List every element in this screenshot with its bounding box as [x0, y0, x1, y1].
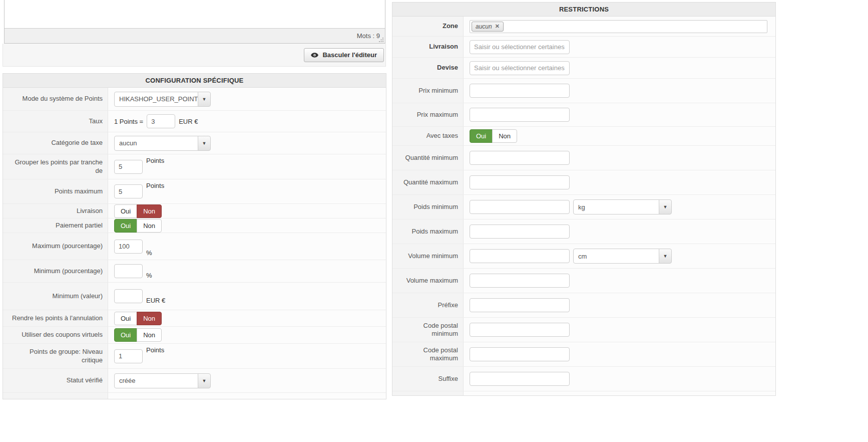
volume-max-input[interactable]: [470, 274, 570, 288]
row-volume-max: Volume maximum: [392, 269, 775, 293]
resize-grip-icon[interactable]: [378, 37, 384, 43]
price-max-label: Prix maximum: [392, 103, 464, 126]
word-count: Mots : 9: [357, 32, 380, 40]
shipping-restriction-input[interactable]: [470, 40, 570, 54]
verified-status-label: Statut vérifié: [3, 369, 108, 392]
price-min-input[interactable]: [470, 84, 570, 98]
row-max-percentage: Maximum (pourcentage) %: [3, 233, 386, 260]
weight-min-label: Poids minimum: [392, 195, 464, 219]
remove-tag-icon[interactable]: ✕: [495, 23, 500, 30]
points-max-input[interactable]: [114, 184, 143, 198]
row-prefix: Préfixe: [392, 293, 775, 318]
row-suffix: Suffixe: [392, 367, 775, 391]
spacer-label-cell: [3, 393, 108, 399]
tax-category-select-value: aucun: [114, 136, 198, 151]
prefix-label: Préfixe: [392, 293, 464, 317]
group-critical-input[interactable]: [114, 349, 143, 363]
volume-max-label: Volume maximum: [392, 269, 464, 293]
row-price-max: Prix maximum: [392, 103, 775, 127]
price-min-label: Prix minimum: [392, 79, 464, 103]
row-partial-payment: Paiement partiel Oui Non: [3, 218, 386, 233]
editor-text-area[interactable]: [5, 0, 385, 29]
suffix-input[interactable]: [470, 372, 570, 386]
row-rate: Taux 1 Points = EUR €: [3, 111, 386, 132]
rate-label: Taux: [3, 111, 108, 132]
chevron-down-icon[interactable]: ▼: [198, 136, 211, 151]
refund-points-yes-button[interactable]: Oui: [114, 312, 137, 325]
zip-min-input[interactable]: [470, 323, 570, 337]
config-panel: CONFIGURATION SPÉCIFIQUE Mode du système…: [3, 73, 386, 399]
partial-payment-label: Paiement partiel: [3, 218, 108, 233]
group-points-label: Grouper les points par tranche de: [3, 154, 108, 179]
chevron-down-icon[interactable]: ▼: [659, 249, 672, 264]
min-percentage-input[interactable]: [114, 264, 143, 278]
partial-payment-yes-button[interactable]: Oui: [114, 219, 137, 233]
group-critical-unit: Points: [146, 346, 164, 354]
zone-label: Zone: [392, 17, 464, 36]
currency-input[interactable]: [470, 61, 570, 75]
suffix-label: Suffixe: [392, 367, 464, 391]
row-refund-points: Rendre les points à l'annulation Oui Non: [3, 310, 386, 327]
rate-input[interactable]: [147, 114, 175, 128]
points-max-label: Points maximum: [3, 179, 108, 203]
volume-unit-select[interactable]: cm ▼: [573, 249, 672, 264]
weight-min-input[interactable]: [470, 200, 570, 214]
qty-max-input[interactable]: [470, 175, 570, 189]
zip-max-input[interactable]: [470, 347, 570, 361]
chevron-down-icon[interactable]: ▼: [198, 92, 211, 107]
group-points-unit: Points: [146, 157, 164, 164]
with-taxes-yes-button[interactable]: Oui: [470, 129, 493, 143]
verified-status-select[interactable]: créée ▼: [114, 373, 211, 388]
config-panel-title: CONFIGURATION SPÉCIFIQUE: [3, 74, 386, 88]
max-percentage-label: Maximum (pourcentage): [3, 233, 108, 260]
row-qty-min: Quantité minimum: [392, 146, 775, 170]
with-taxes-no-button[interactable]: Non: [492, 129, 517, 143]
row-points-mode: Mode du système de Points HIKASHOP_USER_…: [3, 88, 386, 111]
group-points-input[interactable]: [114, 160, 143, 174]
tax-category-select[interactable]: aucun ▼: [114, 136, 211, 151]
points-mode-label: Mode du système de Points: [3, 88, 108, 110]
zone-tag-input[interactable]: aucun ✕: [470, 20, 767, 33]
chevron-down-icon[interactable]: ▼: [198, 373, 211, 388]
rate-currency: EUR €: [179, 118, 198, 125]
shipping-toggle-label: Livraison: [3, 204, 108, 218]
weight-unit-select[interactable]: kg ▼: [573, 199, 672, 214]
refund-points-toggle: Oui Non: [114, 312, 162, 325]
price-max-input[interactable]: [470, 108, 570, 122]
volume-min-label: Volume minimum: [392, 244, 464, 268]
verified-status-select-value: créée: [114, 373, 198, 388]
row-min-value: Minimum (valeur) EUR €: [3, 283, 386, 310]
zone-tag: aucun ✕: [472, 22, 504, 32]
left-column: Mots : 9 Basculer l'éditeur CONFIGURATIO…: [3, 0, 386, 399]
row-spacer: [3, 393, 386, 399]
points-mode-select[interactable]: HIKASHOP_USER_POINTS ▼: [114, 92, 211, 107]
shipping-no-button[interactable]: Non: [137, 204, 162, 218]
zip-min-label: Code postal minimum: [392, 318, 464, 342]
min-value-input[interactable]: [114, 289, 143, 303]
partial-payment-no-button[interactable]: Non: [137, 219, 162, 233]
row-zip-max: Code postal maximum: [392, 342, 775, 367]
qty-min-input[interactable]: [470, 151, 570, 165]
row-verified-status: Statut vérifié créée ▼: [3, 369, 386, 393]
weight-max-input[interactable]: [470, 225, 570, 239]
virtual-coupons-yes-button[interactable]: Oui: [114, 328, 137, 342]
editor-container: Mots : 9: [4, 0, 385, 44]
tax-category-label: Catégorie de taxe: [3, 132, 108, 154]
editor-toolbar-strip: Basculer l'éditeur: [3, 44, 386, 67]
min-percentage-label: Minimum (pourcentage): [3, 260, 108, 282]
qty-max-label: Quantité maximum: [392, 170, 464, 194]
row-weight-max: Poids maximum: [392, 219, 775, 244]
min-value-unit: EUR €: [146, 297, 165, 304]
toggle-editor-button[interactable]: Basculer l'éditeur: [304, 48, 384, 62]
chevron-down-icon[interactable]: ▼: [659, 199, 672, 214]
virtual-coupons-no-button[interactable]: Non: [137, 328, 162, 342]
row-with-taxes: Avec taxes Oui Non: [392, 127, 775, 146]
prefix-input[interactable]: [470, 298, 570, 312]
max-percentage-input[interactable]: [114, 240, 143, 254]
max-percentage-unit: %: [146, 249, 152, 257]
volume-unit-value: cm: [573, 249, 659, 264]
qty-min-label: Quantité minimum: [392, 146, 464, 170]
shipping-yes-button[interactable]: Oui: [114, 204, 137, 218]
volume-min-input[interactable]: [470, 249, 570, 263]
refund-points-no-button[interactable]: Non: [137, 312, 162, 325]
